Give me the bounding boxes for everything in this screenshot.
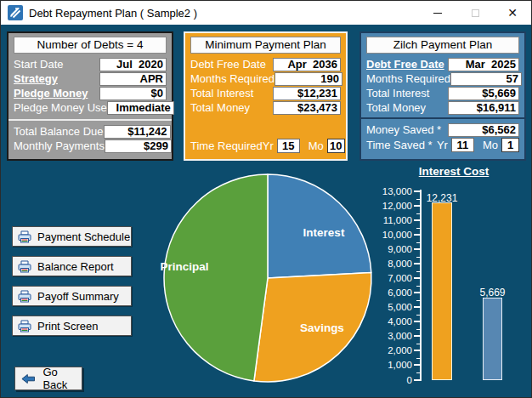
- print-screen-button[interactable]: Print Screen: [12, 316, 132, 336]
- field-label: Pledge Money: [14, 87, 99, 100]
- field-row: Start Date Jul 2020: [14, 57, 167, 71]
- minimize-button[interactable]: [419, 1, 456, 25]
- field-row: Total Money $23,473: [190, 100, 341, 115]
- maximize-button[interactable]: [456, 1, 494, 25]
- y-axis-tick: [414, 379, 420, 381]
- pie-slice-principal: [164, 174, 268, 381]
- y-axis-tick-label: 12,000: [375, 201, 412, 211]
- y-axis-minor-tick: [416, 315, 420, 316]
- bar-value-label: 5,669: [459, 287, 527, 298]
- y-axis-tick: [414, 277, 420, 279]
- field-label: Strategy: [14, 72, 99, 85]
- back-arrow-icon: [21, 373, 35, 384]
- printer-icon: [18, 290, 31, 303]
- bar-0: [432, 202, 452, 380]
- field-label: Total Money: [190, 101, 273, 114]
- field-row: Monthly Payments $299: [14, 139, 167, 153]
- button-label: Payment Schedule: [37, 230, 130, 243]
- panel-header: Minimum Payment Plan: [190, 37, 341, 54]
- y-axis-tick-label: 13,000: [375, 186, 412, 196]
- y-axis-tick-label: 9,000: [375, 244, 412, 254]
- field-row: Months Required 57: [366, 71, 519, 86]
- close-icon: ✕: [507, 7, 518, 19]
- payoff-summary-button[interactable]: Payoff Summary: [12, 286, 132, 306]
- y-axis-minor-tick: [416, 242, 420, 243]
- time-required-row: Time Required Yr 15 Mo 10: [190, 139, 341, 153]
- minimum-payment-plan-panel: Minimum Payment Plan Debt Free Date Apr …: [184, 31, 348, 161]
- y-axis-tick: [414, 205, 420, 207]
- y-axis-tick-label: 4,000: [375, 316, 412, 327]
- divider: [8, 119, 172, 121]
- mo-label: Mo: [308, 139, 324, 152]
- printer-icon: [18, 230, 31, 243]
- field-label: Pledge Money Use: [14, 101, 107, 114]
- field-label: Total Interest: [366, 87, 448, 100]
- y-axis-tick: [414, 234, 420, 236]
- payment-schedule-button[interactable]: Payment Schedule: [12, 226, 132, 247]
- go-back-button[interactable]: Go Back: [14, 367, 82, 390]
- field-value: $0: [99, 87, 167, 100]
- field-row: Total Interest $5,669: [366, 86, 519, 100]
- field-row: Strategy APR: [14, 71, 167, 86]
- field-row: Debt Free Date Apr 2036: [190, 57, 341, 71]
- panel-header: Number of Debts = 4: [14, 37, 167, 54]
- field-label: Total Interest: [190, 87, 273, 100]
- balance-report-button[interactable]: Balance Report: [12, 256, 132, 276]
- y-axis-tick: [414, 263, 420, 264]
- field-value: $23,473: [273, 101, 341, 115]
- y-axis-tick: [414, 321, 420, 322]
- field-value: Jul 2020: [99, 58, 167, 71]
- field-value: $299: [105, 139, 172, 153]
- field-row: Months Required 190: [190, 71, 341, 86]
- y-axis-minor-tick: [416, 228, 420, 229]
- close-button[interactable]: ✕: [494, 1, 531, 25]
- y-axis-minor-tick: [416, 213, 420, 214]
- y-axis-minor-tick: [416, 329, 420, 330]
- y-axis-minor-tick: [416, 344, 420, 344]
- y-axis-minor-tick: [416, 271, 420, 272]
- y-axis-tick-label: 11,000: [375, 215, 412, 225]
- button-label: Print Screen: [37, 320, 99, 333]
- panel-header: Zilch Payment Plan: [366, 37, 519, 54]
- yr-label: Yr: [437, 139, 448, 151]
- field-row: Money Saved * $6,562: [366, 122, 519, 137]
- field-value: 190: [274, 72, 342, 86]
- y-axis-tick: [414, 219, 420, 221]
- pie-slice-label: Principal: [160, 260, 208, 273]
- field-value: 57: [450, 72, 522, 86]
- field-value: Mar 2025: [448, 58, 519, 71]
- y-axis-tick-label: 5,000: [375, 302, 412, 312]
- button-label: Go Back: [42, 366, 82, 391]
- field-row: Total Balance Due $11,242: [14, 124, 167, 139]
- field-row: Total Interest $12,231: [190, 86, 341, 100]
- field-value: $5,669: [448, 87, 519, 100]
- field-label: Start Date: [14, 58, 99, 71]
- field-label: Time Saved *: [366, 139, 437, 151]
- y-axis-line: [420, 190, 422, 381]
- field-row: Pledge Money Use Immediate: [14, 100, 167, 115]
- y-axis-minor-tick: [416, 257, 420, 258]
- mo-value: 10: [327, 139, 345, 153]
- payment-breakdown-pie-chart: InterestSavingsPrincipal: [158, 168, 377, 388]
- field-label: Months Required: [366, 72, 450, 85]
- pie-slice-label: Interest: [303, 226, 345, 239]
- button-label: Payoff Summary: [37, 290, 119, 303]
- field-value: $12,231: [273, 87, 341, 100]
- y-axis-minor-tick: [416, 286, 420, 287]
- field-label: Money Saved *: [366, 123, 448, 136]
- y-axis-tick: [414, 292, 420, 293]
- printer-icon: [18, 320, 31, 333]
- y-axis-tick-label: 0: [375, 375, 412, 385]
- y-axis-tick: [414, 335, 420, 337]
- field-label: Time Required: [190, 139, 263, 152]
- field-row: Total Money $16,911: [366, 100, 519, 115]
- field-label: Total Balance Due: [14, 125, 104, 138]
- maximize-icon: [472, 9, 479, 17]
- field-label: Debt Free Date: [366, 58, 448, 71]
- field-label: Months Required: [190, 72, 274, 85]
- title-bar: Debt Repayment Plan ( Sample2 ) ✕: [1, 1, 531, 25]
- number-of-debts-panel: Number of Debts = 4 Start Date Jul 2020 …: [7, 31, 173, 161]
- field-value: $16,911: [448, 101, 519, 115]
- time-saved-row: Time Saved * Yr 11 Mo 1: [366, 138, 519, 152]
- minimize-icon: [433, 13, 442, 14]
